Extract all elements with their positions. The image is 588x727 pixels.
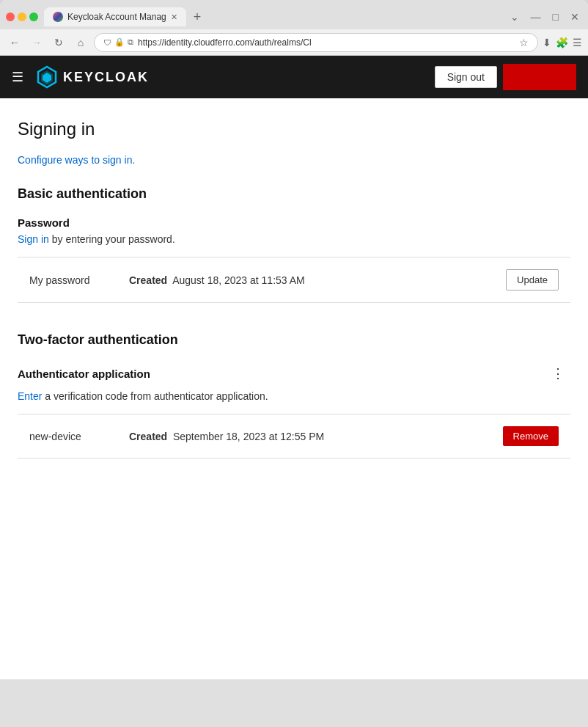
close-dot[interactable] <box>6 12 15 21</box>
kc-logo: KEYCLOAK <box>35 65 149 89</box>
device-credential-meta: Created September 18, 2023 at 12:55 PM <box>129 431 491 442</box>
browser-traffic-lights <box>6 12 38 21</box>
three-dots-menu[interactable]: ⋮ <box>545 362 570 384</box>
address-bar: ← → ↻ ⌂ 🛡 🔒 ⧉ https://identity.cloudferr… <box>0 29 588 56</box>
config-link: Configure ways to sign in. <box>18 154 570 166</box>
reload-button[interactable]: ↻ <box>50 34 67 51</box>
device-credential-row: new-device Created September 18, 2023 at… <box>18 414 570 458</box>
remove-device-button[interactable]: Remove <box>503 426 559 446</box>
tab-menu-right: ⌄ — □ ✕ <box>507 10 582 24</box>
sign-in-link[interactable]: Sign in <box>18 233 49 245</box>
auth-app-desc-suffix: a verification code from authenticator a… <box>42 390 268 402</box>
password-desc-suffix: by entering your password. <box>49 233 175 245</box>
password-section: Password Sign in by entering your passwo… <box>18 216 570 303</box>
tab-favicon <box>53 12 63 22</box>
home-button[interactable]: ⌂ <box>72 34 89 51</box>
extensions-icon[interactable]: 🧩 <box>556 37 568 48</box>
lock-icon: 🔒 <box>114 37 125 47</box>
app-container: ☰ KEYCLOAK Sign out Signing in Configure… <box>0 56 588 679</box>
restore-icon[interactable]: □ <box>550 10 562 24</box>
network-icon: ⧉ <box>128 37 133 47</box>
window-close-icon[interactable]: ✕ <box>567 10 582 24</box>
divider-2 <box>18 302 570 303</box>
two-factor-section: Two-factor authentication Authenticator … <box>18 332 570 459</box>
back-button[interactable]: ← <box>6 34 23 51</box>
divider-4 <box>18 458 570 459</box>
minimize-icon[interactable]: — <box>528 10 544 24</box>
shield-icon: 🛡 <box>103 38 111 47</box>
active-tab[interactable]: Keycloak Account Manag ✕ <box>44 7 186 26</box>
auth-app-desc: Enter a verification code from authentic… <box>18 390 570 402</box>
tab-title: Keycloak Account Manag <box>67 12 166 22</box>
kc-header-right: Sign out <box>435 64 576 90</box>
tab-bar: Keycloak Account Manag ✕ + ⌄ — □ ✕ <box>0 0 588 29</box>
toolbar-right: ⬇ 🧩 ☰ <box>543 37 582 48</box>
url-bar[interactable]: 🛡 🔒 ⧉ https://identity.cloudferro.com/au… <box>94 33 538 52</box>
enter-link[interactable]: Enter <box>18 390 42 402</box>
page-content: Signing in Configure ways to sign in. Ba… <box>0 98 588 479</box>
hamburger-icon[interactable]: ☰ <box>12 69 23 85</box>
download-icon[interactable]: ⬇ <box>543 37 551 48</box>
auth-app-header: Authenticator application ⋮ <box>18 362 570 384</box>
basic-auth-title: Basic authentication <box>18 186 570 202</box>
maximize-dot[interactable] <box>29 12 38 21</box>
tab-list-icon[interactable]: ⌄ <box>507 10 522 24</box>
kc-header: ☰ KEYCLOAK Sign out <box>0 56 588 98</box>
page-title: Signing in <box>18 119 570 139</box>
menu-icon[interactable]: ☰ <box>573 37 582 48</box>
password-subtitle: Password <box>18 216 570 229</box>
password-desc: Sign in by entering your password. <box>18 233 570 245</box>
device-name: new-device <box>29 431 117 442</box>
minimize-dot[interactable] <box>18 12 26 21</box>
url-security-icons: 🛡 🔒 ⧉ <box>103 37 133 47</box>
keycloak-logo-icon <box>35 65 59 89</box>
forward-button[interactable]: → <box>28 34 45 51</box>
device-created-date: September 18, 2023 at 12:55 PM <box>173 431 324 442</box>
kc-logo-text: KEYCLOAK <box>63 70 149 85</box>
password-credential-meta: Created August 18, 2023 at 11:53 AM <box>129 274 494 286</box>
bookmark-icon[interactable]: ☆ <box>519 37 529 48</box>
authenticator-app-section: Authenticator application ⋮ Enter a veri… <box>18 362 570 459</box>
created-label: Created <box>129 274 167 286</box>
sign-out-button[interactable]: Sign out <box>435 66 497 88</box>
password-credential-name: My password <box>29 274 117 286</box>
update-password-button[interactable]: Update <box>506 269 559 291</box>
auth-app-title: Authenticator application <box>18 368 545 380</box>
configure-link[interactable]: Configure ways to sign in. <box>18 154 135 166</box>
created-date: August 18, 2023 at 11:53 AM <box>172 274 305 286</box>
url-text: https://identity.cloudferro.com/auth/rea… <box>138 37 515 48</box>
new-tab-button[interactable]: + <box>189 10 206 25</box>
tab-close-icon[interactable]: ✕ <box>171 12 177 22</box>
user-menu-button[interactable] <box>503 64 576 90</box>
two-factor-title: Two-factor authentication <box>18 332 570 348</box>
device-created-label: Created <box>129 431 167 442</box>
password-credential-row: My password Created August 18, 2023 at 1… <box>18 257 570 302</box>
